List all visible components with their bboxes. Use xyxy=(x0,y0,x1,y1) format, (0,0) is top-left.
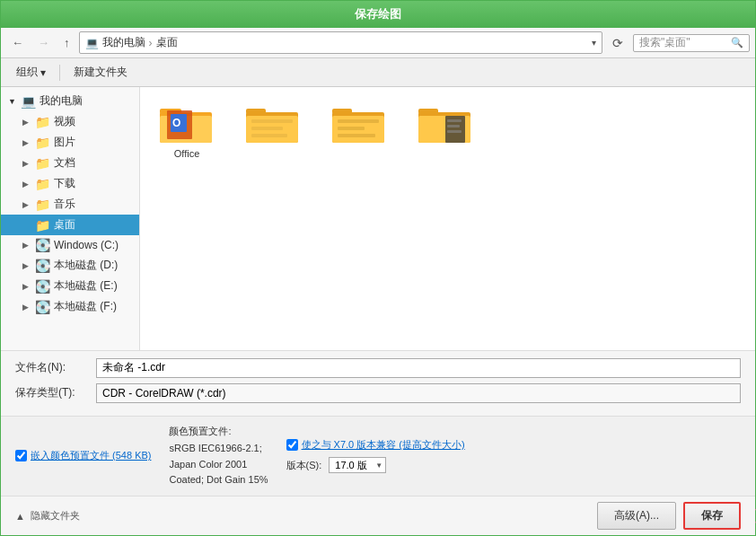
title-bar: 保存绘图 xyxy=(1,1,755,28)
sidebar-item-windows-c[interactable]: ▶ 💽 Windows (C:) xyxy=(1,235,139,255)
folder-item-office[interactable]: O Office xyxy=(151,98,223,163)
refresh-button[interactable]: ⟳ xyxy=(606,33,629,53)
expand-arrow-local-f: ▶ xyxy=(22,303,31,312)
folder-icon-desktop: 📁 xyxy=(35,218,50,233)
svg-rect-9 xyxy=(251,119,293,123)
sidebar-label-local-f: 本地磁盘 (F:) xyxy=(54,299,117,314)
forward-button[interactable]: → xyxy=(32,33,55,52)
expand-arrow-local-d: ▶ xyxy=(22,261,31,270)
expand-arrow-music: ▶ xyxy=(22,200,31,209)
toolbar: 组织 ▾ 新建文件夹 xyxy=(1,58,755,87)
expand-arrow-my-computer: ▼ xyxy=(8,97,17,106)
sidebar-item-music[interactable]: ▶ 📁 音乐 xyxy=(1,194,139,215)
sidebar-item-videos[interactable]: ▶ 📁 视频 xyxy=(1,111,139,132)
compatible-label[interactable]: 使之与 X7.0 版本兼容 (提高文件大小) xyxy=(302,438,465,452)
svg-rect-7 xyxy=(246,109,266,114)
toolbar-separator xyxy=(59,65,60,81)
embed-checkbox[interactable] xyxy=(15,450,27,461)
expand-arrow-local-e: ▶ xyxy=(22,282,31,291)
sidebar-item-images[interactable]: ▶ 📁 图片 xyxy=(1,132,139,153)
folder-icon-4 xyxy=(418,101,472,145)
sidebar-item-local-d[interactable]: ▶ 💽 本地磁盘 (D:) xyxy=(1,255,139,276)
embed-label[interactable]: 嵌入颜色预置文件 (548 KB) xyxy=(31,449,151,462)
path-dropdown-arrow[interactable]: ▾ xyxy=(592,38,596,48)
folder-icon-music: 📁 xyxy=(35,198,50,212)
filetype-input[interactable] xyxy=(96,383,741,403)
search-icon: 🔍 xyxy=(731,37,743,48)
version-select-wrap: 17.0 版 16.0 版 15.0 版 14.0 版 xyxy=(329,457,386,473)
sidebar-item-local-f[interactable]: ▶ 💽 本地磁盘 (F:) xyxy=(1,296,139,317)
sidebar-label-local-d: 本地磁盘 (D:) xyxy=(54,258,118,273)
version-select[interactable]: 17.0 版 16.0 版 15.0 版 14.0 版 xyxy=(329,457,386,473)
computer-icon: 💻 xyxy=(85,37,99,49)
organize-arrow-icon: ▾ xyxy=(40,66,46,79)
folder-item-2[interactable] xyxy=(237,98,309,163)
address-path[interactable]: 💻 我的电脑 › 桌面 ▾ xyxy=(79,31,603,54)
version-label: 版本(S): xyxy=(286,459,322,472)
organize-button[interactable]: 组织 ▾ xyxy=(8,61,54,83)
compatible-option: 使之与 X7.0 版本兼容 (提高文件大小) xyxy=(286,438,465,452)
computer-icon: 💻 xyxy=(21,94,36,109)
compatible-section: 使之与 X7.0 版本兼容 (提高文件大小) 版本(S): 17.0 版 16.… xyxy=(286,438,465,473)
save-button[interactable]: 保存 ➤ xyxy=(683,502,741,530)
sidebar-item-local-e[interactable]: ▶ 💽 本地磁盘 (E:) xyxy=(1,276,139,296)
svg-rect-17 xyxy=(338,134,375,137)
search-input[interactable] xyxy=(639,37,731,49)
sidebar-item-desktop[interactable]: 📁 桌面 xyxy=(1,215,139,235)
drive-icon-c: 💽 xyxy=(35,238,50,252)
folder-icon-2 xyxy=(246,101,300,145)
expand-arrow-windows-c: ▶ xyxy=(22,241,31,250)
color-profile-item: 颜色预置文件: sRGB IEC61966-2.1;Japan Color 20… xyxy=(169,424,268,488)
folder-icon-documents: 📁 xyxy=(35,156,50,171)
path-part-desktop: 桌面 xyxy=(156,35,178,50)
address-bar: ← → ↑ 💻 我的电脑 › 桌面 ▾ ⟳ 🔍 xyxy=(1,28,755,58)
folder-icon-office: O xyxy=(160,101,214,145)
expand-arrow-downloads: ▶ xyxy=(22,180,31,189)
hide-folders-arrow-icon: ▲ xyxy=(15,511,25,522)
filetype-row: 保存类型(T): xyxy=(15,383,741,403)
sidebar-item-my-computer[interactable]: ▼ 💻 我的电脑 xyxy=(1,91,139,111)
folder-item-3[interactable] xyxy=(323,98,395,163)
filename-row: 文件名(N): xyxy=(15,358,741,378)
sidebar-label-music: 音乐 xyxy=(54,197,75,212)
save-dialog: 保存绘图 ← → ↑ 💻 我的电脑 › 桌面 ▾ ⟳ 🔍 组织 ▾ 新建文件夹 xyxy=(0,0,756,536)
version-row: 版本(S): 17.0 版 16.0 版 15.0 版 14.0 版 xyxy=(286,457,465,473)
footer-buttons: 高级(A)... 保存 ➤ xyxy=(597,502,741,530)
sidebar-label-desktop: 桌面 xyxy=(54,217,75,233)
svg-text:O: O xyxy=(172,117,180,129)
search-box[interactable]: 🔍 xyxy=(633,34,750,52)
embed-option: 嵌入颜色预置文件 (548 KB) xyxy=(15,449,151,462)
filetype-label: 保存类型(T): xyxy=(15,385,96,400)
back-button[interactable]: ← xyxy=(6,33,29,52)
sidebar-label-documents: 文档 xyxy=(54,155,75,171)
new-folder-button[interactable]: 新建文件夹 xyxy=(66,61,136,83)
folder-item-4[interactable] xyxy=(409,98,481,163)
up-button[interactable]: ↑ xyxy=(58,33,75,52)
hide-folders-label: 隐藏文件夹 xyxy=(31,509,80,523)
svg-rect-13 xyxy=(332,109,352,114)
expand-arrow-images: ▶ xyxy=(22,138,31,147)
compatible-checkbox[interactable] xyxy=(286,439,298,451)
color-profile-label: 颜色预置文件: sRGB IEC61966-2.1;Japan Color 20… xyxy=(169,424,268,488)
expand-arrow-documents: ▶ xyxy=(22,159,31,168)
options-area: 嵌入颜色预置文件 (548 KB) 颜色预置文件: sRGB IEC61966-… xyxy=(1,416,755,496)
svg-rect-22 xyxy=(447,119,462,122)
advanced-button[interactable]: 高级(A)... xyxy=(597,502,676,530)
sidebar: ▼ 💻 我的电脑 ▶ 📁 视频 ▶ 📁 图片 ▶ 📁 文档 ▶ xyxy=(1,87,140,350)
sidebar-label-windows-c: Windows (C:) xyxy=(54,239,119,251)
drive-icon-e: 💽 xyxy=(35,279,50,294)
sidebar-label-local-e: 本地磁盘 (E:) xyxy=(54,278,118,294)
folder-label-office: Office xyxy=(174,148,200,159)
sidebar-item-downloads[interactable]: ▶ 📁 下载 xyxy=(1,173,139,194)
folder-icon-videos: 📁 xyxy=(35,115,50,129)
expand-arrow-videos: ▶ xyxy=(22,118,31,127)
color-profile-value: sRGB IEC61966-2.1;Japan Color 2001Coated… xyxy=(169,441,268,488)
filename-input[interactable] xyxy=(96,358,741,378)
new-folder-label: 新建文件夹 xyxy=(74,65,127,80)
sidebar-label-downloads: 下载 xyxy=(54,176,75,191)
svg-rect-10 xyxy=(251,127,283,130)
filename-label: 文件名(N): xyxy=(15,360,96,375)
hide-folders-button[interactable]: ▲ 隐藏文件夹 xyxy=(15,509,80,523)
svg-rect-11 xyxy=(251,134,287,137)
sidebar-item-documents[interactable]: ▶ 📁 文档 xyxy=(1,153,139,173)
